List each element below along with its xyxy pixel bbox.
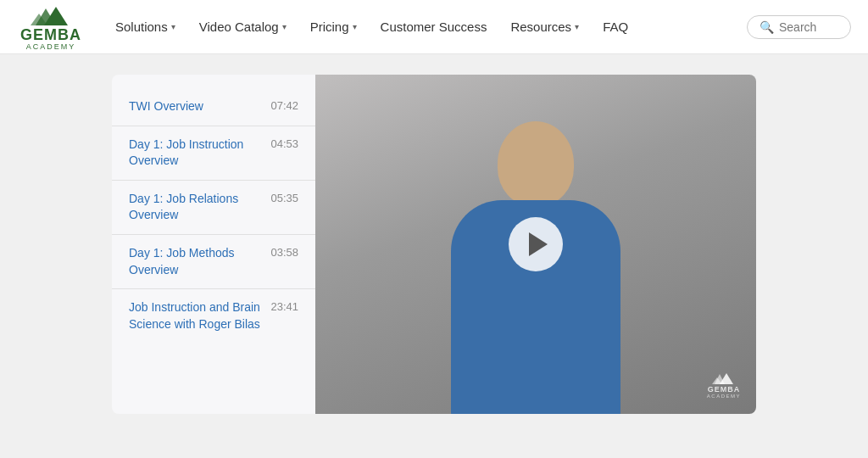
sidebar-item-duration: 03:58: [270, 245, 298, 259]
navbar: GEMBA ACADEMY Solutions ▾ Video Catalog …: [0, 0, 868, 54]
nav-items: Solutions ▾ Video Catalog ▾ Pricing ▾ Cu…: [105, 13, 747, 41]
logo-gemba-text: GEMBA: [20, 27, 81, 42]
list-item[interactable]: Day 1: Job Methods Overview 03:58: [112, 235, 315, 289]
resources-chevron-icon: ▾: [575, 22, 579, 31]
search-icon: 🔍: [760, 20, 774, 34]
play-icon: [529, 232, 548, 256]
sidebar-item-title: Day 1: Job Instruction Overview: [129, 137, 270, 170]
list-item[interactable]: Job Instruction and Brain Science with R…: [112, 289, 315, 343]
sidebar-item-title: Day 1: Job Methods Overview: [129, 245, 270, 278]
sidebar: TWI Overview 07:42 Day 1: Job Instructio…: [112, 75, 315, 414]
sidebar-item-title: Day 1: Job Relations Overview: [129, 191, 270, 224]
sidebar-item-duration: 05:35: [270, 191, 298, 204]
nav-video-catalog[interactable]: Video Catalog ▾: [189, 13, 297, 41]
video-watermark: GEMBA ACADEMY: [707, 371, 741, 399]
nav-resources-label: Resources: [510, 20, 571, 34]
sidebar-item-title: Job Instruction and Brain Science with R…: [129, 299, 270, 332]
play-button[interactable]: [509, 217, 563, 271]
video-logo-icon: [711, 371, 737, 385]
nav-faq-label: FAQ: [603, 20, 628, 34]
list-item[interactable]: TWI Overview 07:42: [112, 88, 315, 126]
sidebar-item-title: TWI Overview: [129, 98, 270, 115]
list-item[interactable]: Day 1: Job Relations Overview 05:35: [112, 181, 315, 235]
logo-academy-text: ACADEMY: [26, 42, 76, 51]
logo-icon: [29, 3, 73, 27]
main-content: TWI Overview 07:42 Day 1: Job Instructio…: [0, 54, 868, 458]
nav-faq[interactable]: FAQ: [593, 13, 638, 41]
sidebar-item-duration: 04:53: [270, 137, 298, 150]
nav-customer-success-label: Customer Success: [381, 20, 487, 34]
logo[interactable]: GEMBA ACADEMY: [17, 3, 85, 51]
video-player[interactable]: GEMBA ACADEMY: [315, 75, 756, 414]
search-box[interactable]: 🔍: [747, 15, 851, 39]
nav-video-catalog-label: Video Catalog: [199, 20, 279, 34]
video-person-head: [498, 121, 574, 206]
video-catalog-chevron-icon: ▾: [282, 22, 287, 31]
nav-pricing[interactable]: Pricing ▾: [300, 13, 367, 41]
video-logo-gemba-text: GEMBA: [708, 385, 741, 394]
solutions-chevron-icon: ▾: [171, 22, 175, 31]
search-input[interactable]: [779, 20, 838, 34]
nav-customer-success[interactable]: Customer Success: [370, 13, 498, 41]
list-item[interactable]: Day 1: Job Instruction Overview 04:53: [112, 126, 315, 181]
nav-resources[interactable]: Resources ▾: [500, 13, 589, 41]
nav-pricing-label: Pricing: [310, 20, 349, 34]
video-logo-academy-text: ACADEMY: [707, 394, 741, 399]
nav-solutions-label: Solutions: [115, 20, 168, 34]
sidebar-item-duration: 07:42: [270, 98, 298, 112]
nav-solutions[interactable]: Solutions ▾: [105, 13, 186, 41]
pricing-chevron-icon: ▾: [353, 22, 357, 31]
sidebar-item-duration: 23:41: [270, 299, 298, 313]
